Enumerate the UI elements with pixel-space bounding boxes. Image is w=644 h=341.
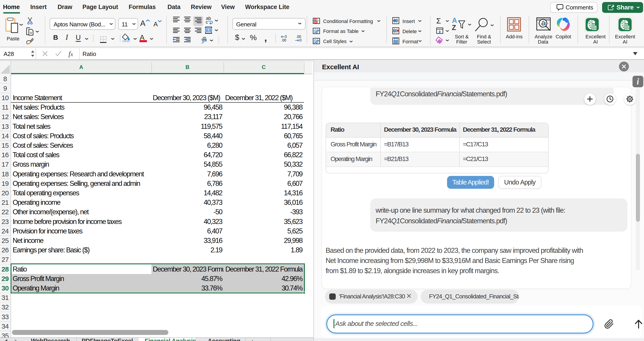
svg-text:0: 0: [285, 35, 287, 39]
svg-text:0: 0: [300, 38, 302, 42]
svg-text:.00: .00: [281, 38, 286, 42]
svg-text:.00: .00: [296, 35, 301, 39]
